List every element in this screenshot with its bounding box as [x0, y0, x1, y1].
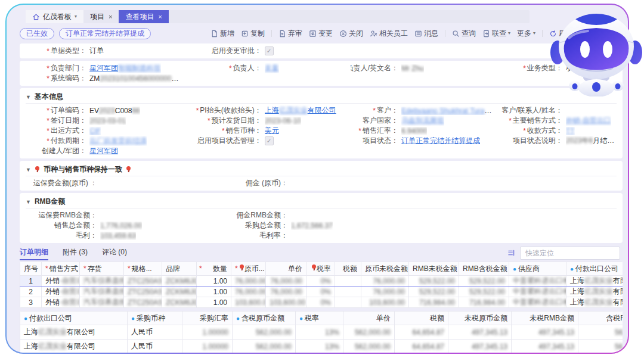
table-cell[interactable]: 529,522.00 [459, 287, 509, 297]
table-cell[interactable]: 0% [306, 297, 335, 308]
table-cell[interactable]: 汽车仪表盘线 [80, 276, 124, 287]
table-cell[interactable]: 1 [20, 276, 42, 287]
table-cell[interactable]: 上海亿茂实业有限公 [566, 287, 623, 297]
table-cell[interactable]: 562,000.00 [578, 325, 623, 340]
table-cell[interactable]: 562,000.00 [233, 340, 296, 353]
table-cell[interactable]: 2 [20, 287, 42, 297]
table-cell[interactable] [335, 287, 361, 297]
table-cell[interactable]: 76,000.00 [361, 276, 409, 287]
table-cell[interactable]: 中普霍科进出口有限公司 [509, 287, 566, 297]
table-cell[interactable]: 1.00 [197, 297, 231, 308]
table-cell[interactable]: 汽车仪表盘线 [80, 287, 124, 297]
table-cell[interactable]: 13% [296, 325, 343, 340]
table-cell[interactable]: 716,984.00 [459, 297, 509, 308]
table-cell[interactable]: 497,345.13 [512, 325, 578, 340]
new-button[interactable]: 新增 [210, 29, 234, 39]
table-cell[interactable]: 529,522.00 [459, 276, 509, 287]
quick-locate-input[interactable] [520, 247, 620, 260]
table-cell[interactable]: 562,000.00 [578, 340, 623, 353]
table-cell[interactable]: 1.00000 [182, 340, 233, 353]
table-cell[interactable]: 64,654.87 [395, 340, 448, 353]
linked-query-button[interactable]: 联查 ▾ [482, 29, 510, 39]
table-cell[interactable]: 上海亿茂实业有限公 [566, 276, 623, 287]
table-row[interactable]: 3外销-自营出口汽车仪表盘线ZTC250AS...ZCKM6JG..1.0010… [20, 297, 623, 308]
table-cell[interactable]: 562,000.00 [343, 325, 395, 340]
table-cell[interactable]: 76,000.00 [231, 287, 266, 297]
copy-button[interactable]: 复制 [241, 29, 265, 39]
table-cell[interactable]: 3 [20, 297, 42, 308]
table-cell[interactable]: 497,345.13 [448, 325, 512, 340]
discard-approval-button[interactable]: 弃审 [278, 29, 302, 39]
table-cell[interactable]: 外销-自营出口 [42, 287, 80, 297]
related-staff-button[interactable]: 相关员工 [370, 29, 408, 39]
basic-info-header[interactable]: ▼ 基本信息 [26, 91, 617, 104]
tab-dashboard[interactable]: 亿茂看板 ▾ [26, 10, 83, 23]
tab-comments[interactable]: 评论 (0) [102, 245, 127, 260]
table-cell[interactable]: 103,600.00 [361, 297, 409, 308]
table-cell[interactable]: 716,984.00 [409, 297, 459, 308]
change-button[interactable]: 变更 [309, 29, 333, 39]
close-order-button[interactable]: 关闭 [339, 29, 363, 39]
close-icon[interactable]: × [158, 13, 162, 20]
table-row[interactable]: 1外销-自营出口汽车仪表盘线ZTC250AS...ZCKM6JG..1.0076… [20, 276, 623, 287]
table-cell[interactable]: 529,522.00 [409, 276, 459, 287]
table-cell[interactable]: 497,345.13 [448, 340, 512, 353]
close-icon[interactable]: × [109, 13, 112, 20]
table-cell[interactable]: 人民币 [128, 325, 182, 340]
table-cell[interactable]: ZCKM6JG.. [162, 276, 197, 287]
table-cell[interactable]: 1.00 [197, 276, 231, 287]
change-audit-checkbox[interactable]: ✓ [265, 46, 274, 55]
export-button[interactable]: ▾ [580, 30, 592, 38]
table-cell[interactable]: 1.00 [197, 287, 231, 297]
table-row[interactable]: 2外销-自营出口汽车仪表盘线ZTC250AS...ZCKM6JG..1.0076… [20, 287, 623, 297]
tab-view-project[interactable]: 查看项目 × [119, 10, 168, 23]
rmb-section-header[interactable]: ▼ RMB金额 [26, 195, 617, 208]
query-button[interactable]: 查询 [452, 29, 476, 39]
table-cell[interactable]: 103,600.00 [266, 297, 306, 308]
table-cell[interactable]: 76,000.00 [266, 287, 306, 297]
table-row[interactable]: 上海亿茂实业有限公司人民币1.00000562,000.0013%562,000… [20, 325, 623, 340]
table-cell[interactable]: 中普霍科进出口有限公司 [509, 276, 566, 287]
currency-section-header[interactable]: ▼ 币种与销售币种保持一致 [26, 163, 617, 176]
table-cell[interactable]: 0% [306, 287, 335, 297]
table-cell[interactable]: 562,000.00 [343, 340, 395, 353]
table-cell[interactable] [335, 276, 361, 287]
table-cell[interactable]: 13% [296, 340, 343, 353]
print-button[interactable]: ▾ [598, 30, 610, 38]
table-cell[interactable]: 上海亿茂实业有限公司 [20, 340, 128, 353]
table-cell[interactable]: 中普霍科进出口有限公司 [509, 297, 566, 308]
status-mgmt-checkbox[interactable]: ✓ [265, 136, 274, 145]
column-settings-icon[interactable] [507, 249, 515, 257]
table-cell[interactable]: 上海亿茂实业有限公 [566, 297, 623, 308]
table-cell[interactable]: ZTC250AS... [124, 276, 162, 287]
table-cell[interactable]: 76,000.00 [361, 287, 409, 297]
table-cell[interactable]: 人民币 [128, 340, 182, 353]
table-cell[interactable] [335, 297, 361, 308]
table-cell[interactable]: 76,000.00 [231, 276, 266, 287]
table-cell[interactable]: 497,345.13 [512, 340, 578, 353]
more-button[interactable]: 更多 ▾ [517, 29, 535, 39]
refresh-button[interactable]: 刷新 [549, 29, 573, 39]
tab-project[interactable]: 项目 × [83, 10, 119, 23]
table-cell[interactable]: 529,522.00 [409, 287, 459, 297]
tab-attachments[interactable]: 附件 (3) [63, 245, 88, 260]
table-cell[interactable]: ZTC250AS... [124, 297, 162, 308]
collapse-button[interactable]: K [617, 29, 621, 38]
table-cell[interactable]: 外销-自营出口 [42, 276, 80, 287]
message-button[interactable]: 消息 [414, 29, 438, 39]
table-cell[interactable]: 1.00000 [182, 325, 233, 340]
table-cell[interactable]: 562,000.00 [233, 325, 296, 340]
table-cell[interactable]: 0% [306, 276, 335, 287]
table-cell[interactable]: 汽车仪表盘线 [80, 297, 124, 308]
table-cell[interactable]: 64,654.87 [395, 325, 448, 340]
chevron-down-icon[interactable]: ▾ [75, 14, 77, 19]
table-cell[interactable]: ZTC250AS... [124, 287, 162, 297]
table-cell[interactable]: ZCKM6JG.. [162, 297, 197, 308]
tab-order-detail[interactable]: 订单明细 [20, 245, 48, 260]
table-cell[interactable]: 上海亿茂实业有限公司 [20, 325, 128, 340]
table-cell[interactable]: 103,600.00 [231, 297, 266, 308]
table-cell[interactable]: 76,000.00 [266, 276, 306, 287]
table-row[interactable]: 上海亿茂实业有限公司人民币1.00000562,000.0013%562,000… [20, 340, 623, 353]
table-cell[interactable]: 外销-自营出口 [42, 297, 80, 308]
table-cell[interactable]: ZCKM6JG.. [162, 287, 197, 297]
